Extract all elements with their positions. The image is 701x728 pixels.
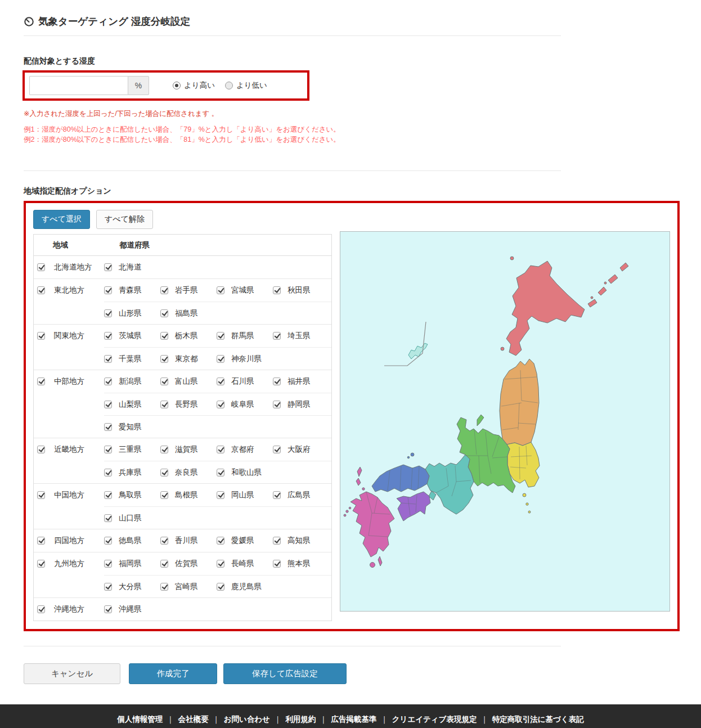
footer-separator: ｜ bbox=[480, 714, 488, 725]
prefecture-checkbox[interactable] bbox=[217, 401, 224, 408]
prefecture-label: 大分県 bbox=[119, 582, 142, 592]
prefecture-checkbox[interactable] bbox=[104, 263, 112, 271]
region-checkbox[interactable] bbox=[37, 560, 45, 568]
region-row: 中部地方新潟県富山県石川県福井県山梨県長野県岐阜県静岡県愛知県 bbox=[34, 370, 331, 438]
prefecture-checkbox[interactable] bbox=[160, 537, 168, 545]
prefecture-checkbox[interactable] bbox=[104, 469, 112, 477]
prefecture-checkbox[interactable] bbox=[160, 583, 168, 591]
prefecture-checkbox[interactable] bbox=[104, 605, 112, 613]
prefecture-label: 栃木県 bbox=[175, 331, 198, 341]
divider bbox=[24, 170, 561, 171]
save-and-ad-settings-button[interactable]: 保存して広告設定 bbox=[223, 663, 347, 684]
prefecture-checkbox[interactable] bbox=[104, 378, 112, 385]
prefecture-checkbox[interactable] bbox=[217, 332, 224, 340]
prefecture-checkbox[interactable] bbox=[160, 401, 168, 408]
prefecture-checkbox[interactable] bbox=[104, 401, 112, 408]
footer-link[interactable]: 特定商取引法に基づく表記 bbox=[492, 714, 584, 725]
radio-lower[interactable] bbox=[225, 82, 233, 89]
prefecture-checkbox[interactable] bbox=[160, 286, 168, 294]
prefecture-checkbox[interactable] bbox=[160, 309, 168, 317]
region-checkbox[interactable] bbox=[37, 446, 45, 453]
region-checkbox[interactable] bbox=[37, 605, 45, 613]
prefecture-label: 福井県 bbox=[287, 376, 311, 387]
region-checkbox[interactable] bbox=[37, 378, 45, 385]
prefecture-label: 静岡県 bbox=[287, 399, 311, 410]
prefecture-checkbox[interactable] bbox=[160, 378, 168, 385]
prefecture-checkbox[interactable] bbox=[160, 469, 168, 477]
region-checkbox[interactable] bbox=[37, 537, 45, 545]
prefecture-checkbox[interactable] bbox=[104, 491, 112, 499]
prefecture-checkbox[interactable] bbox=[273, 560, 281, 568]
prefecture-checkbox[interactable] bbox=[104, 560, 112, 568]
footer-link[interactable]: クリエイティブ表現規定 bbox=[392, 714, 477, 725]
prefecture-checkbox[interactable] bbox=[273, 378, 281, 385]
region-checkbox[interactable] bbox=[37, 286, 45, 294]
main-content: 気象ターゲティング 湿度分岐設定 配信対象とする湿度 % より高い より低い ※… bbox=[0, 0, 701, 704]
prefecture-checkbox[interactable] bbox=[104, 332, 112, 340]
footer-link[interactable]: お問い合わせ bbox=[224, 714, 270, 725]
prefecture-label: 長崎県 bbox=[231, 559, 254, 569]
prefecture-checkbox[interactable] bbox=[160, 491, 168, 499]
radio-higher-label: より高い bbox=[184, 80, 215, 91]
prefecture-label: 香川県 bbox=[175, 536, 198, 546]
region-column-header: 地域 bbox=[34, 240, 104, 250]
prefecture-checkbox[interactable] bbox=[160, 332, 168, 340]
deselect-all-button[interactable]: すべて解除 bbox=[96, 210, 153, 229]
footer-link[interactable]: 広告掲載基準 bbox=[331, 714, 377, 725]
prefecture-checkbox[interactable] bbox=[217, 491, 224, 499]
prefecture-checkbox[interactable] bbox=[217, 560, 224, 568]
prefecture-checkbox[interactable] bbox=[104, 583, 112, 591]
percent-addon: % bbox=[128, 76, 149, 95]
region-checkbox[interactable] bbox=[37, 263, 45, 271]
prefecture-checkbox[interactable] bbox=[273, 286, 281, 294]
cancel-button[interactable]: キャンセル bbox=[24, 663, 120, 684]
prefecture-checkbox[interactable] bbox=[104, 537, 112, 545]
prefecture-checkbox[interactable] bbox=[273, 446, 281, 453]
prefecture-checkbox[interactable] bbox=[217, 286, 224, 294]
prefecture-checkbox[interactable] bbox=[217, 583, 224, 591]
footer-links: 個人情報管理｜会社概要｜お問い合わせ｜利用規約｜広告掲載基準｜クリエイティブ表現… bbox=[117, 714, 583, 725]
prefecture-checkbox[interactable] bbox=[160, 355, 168, 363]
region-checkbox[interactable] bbox=[37, 332, 45, 340]
japan-map-svg bbox=[340, 232, 669, 611]
humidity-input[interactable] bbox=[29, 76, 128, 95]
prefecture-checkbox[interactable] bbox=[104, 309, 112, 317]
prefecture-checkbox[interactable] bbox=[104, 286, 112, 294]
page-title: 気象ターゲティング 湿度分岐設定 bbox=[24, 15, 677, 28]
region-checkbox[interactable] bbox=[37, 491, 45, 499]
prefecture-checkbox[interactable] bbox=[273, 332, 281, 340]
region-row: 東北地方青森県岩手県宮城県秋田県山形県福島県 bbox=[34, 278, 331, 324]
prefecture-label: 山形県 bbox=[119, 308, 142, 318]
prefecture-label: 愛知県 bbox=[119, 422, 142, 432]
prefecture-checkbox[interactable] bbox=[104, 446, 112, 453]
prefecture-checkbox[interactable] bbox=[217, 355, 224, 363]
region-label: 中国地方 bbox=[54, 490, 84, 500]
humidity-direction-radios: より高い より低い bbox=[173, 80, 267, 91]
prefecture-label: 福島県 bbox=[175, 308, 198, 318]
complete-button[interactable]: 作成完了 bbox=[129, 663, 217, 684]
prefecture-checkbox[interactable] bbox=[217, 469, 224, 477]
prefecture-checkbox[interactable] bbox=[160, 446, 168, 453]
prefecture-label: 秋田県 bbox=[287, 285, 311, 295]
prefecture-checkbox[interactable] bbox=[217, 378, 224, 385]
prefecture-checkbox[interactable] bbox=[104, 423, 112, 431]
prefecture-checkbox[interactable] bbox=[160, 560, 168, 568]
prefecture-checkbox[interactable] bbox=[104, 514, 112, 522]
prefecture-checkbox[interactable] bbox=[273, 401, 281, 408]
prefecture-checkbox[interactable] bbox=[273, 491, 281, 499]
region-label: 沖縄地方 bbox=[54, 604, 84, 614]
humidity-example-2: 例2：湿度が80%以下のときに配信したい場合、「81」%と入力し「より低い」をお… bbox=[24, 134, 677, 145]
prefecture-label: 滋賀県 bbox=[175, 444, 198, 455]
footer-link[interactable]: 会社概要 bbox=[178, 714, 209, 725]
prefecture-label: 和歌山県 bbox=[231, 468, 262, 478]
footer-link[interactable]: 利用規約 bbox=[285, 714, 316, 725]
prefecture-checkbox[interactable] bbox=[104, 355, 112, 363]
region-label: 北海道地方 bbox=[54, 262, 92, 272]
selection-buttons: すべて選択 すべて解除 bbox=[33, 210, 670, 229]
select-all-button[interactable]: すべて選択 bbox=[33, 210, 90, 229]
footer-link[interactable]: 個人情報管理 bbox=[117, 714, 163, 725]
prefecture-checkbox[interactable] bbox=[217, 446, 224, 453]
prefecture-checkbox[interactable] bbox=[217, 537, 224, 545]
prefecture-checkbox[interactable] bbox=[273, 537, 281, 545]
radio-higher[interactable] bbox=[173, 82, 181, 89]
